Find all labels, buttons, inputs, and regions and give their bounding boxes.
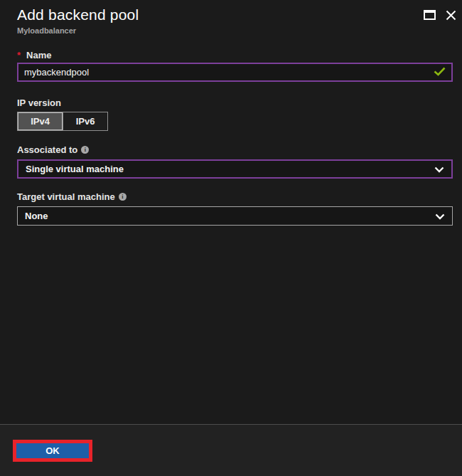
- name-label: * Name: [17, 50, 51, 60]
- ipv4-option-label: IPv4: [31, 116, 50, 127]
- associated-to-dropdown[interactable]: Single virtual machine: [17, 159, 453, 179]
- page-title: Add backend pool: [17, 6, 139, 23]
- associated-to-label: Associated to i: [17, 144, 89, 155]
- page-subtitle: Myloadbalancer: [17, 26, 76, 35]
- target-vm-label-text: Target virtual machine: [17, 191, 115, 202]
- name-input[interactable]: mybackendpool: [17, 63, 453, 82]
- ip-version-label-text: IP version: [17, 97, 61, 108]
- ok-button[interactable]: OK: [16, 443, 89, 458]
- chevron-down-icon: [435, 210, 445, 223]
- close-icon[interactable]: [445, 9, 456, 21]
- ok-button-highlight-box: OK: [13, 440, 92, 462]
- ipv4-option[interactable]: IPv4: [18, 112, 63, 130]
- maximize-icon[interactable]: [424, 10, 436, 20]
- target-vm-dropdown[interactable]: None: [17, 206, 453, 226]
- blade-window-controls: [424, 9, 456, 21]
- chevron-down-icon: [434, 163, 444, 176]
- name-input-value: mybackendpool: [24, 67, 434, 78]
- target-vm-label: Target virtual machine i: [17, 191, 127, 202]
- info-icon[interactable]: i: [119, 193, 127, 201]
- footer: OK: [0, 425, 462, 476]
- target-vm-selected-value: None: [25, 211, 435, 221]
- associated-to-label-text: Associated to: [17, 144, 77, 155]
- ipv6-option[interactable]: IPv6: [63, 112, 107, 130]
- name-label-text: Name: [26, 50, 51, 60]
- ip-version-toggle: IPv4 IPv6: [17, 112, 108, 131]
- required-asterisk: *: [17, 50, 21, 60]
- ipv6-option-label: IPv6: [76, 116, 95, 127]
- associated-to-selected-value: Single virtual machine: [26, 164, 434, 174]
- ip-version-label: IP version: [17, 97, 61, 108]
- add-backend-pool-blade: Add backend pool Myloadbalancer * Name m…: [0, 0, 462, 476]
- valid-check-icon: [434, 66, 446, 79]
- info-icon[interactable]: i: [81, 146, 89, 154]
